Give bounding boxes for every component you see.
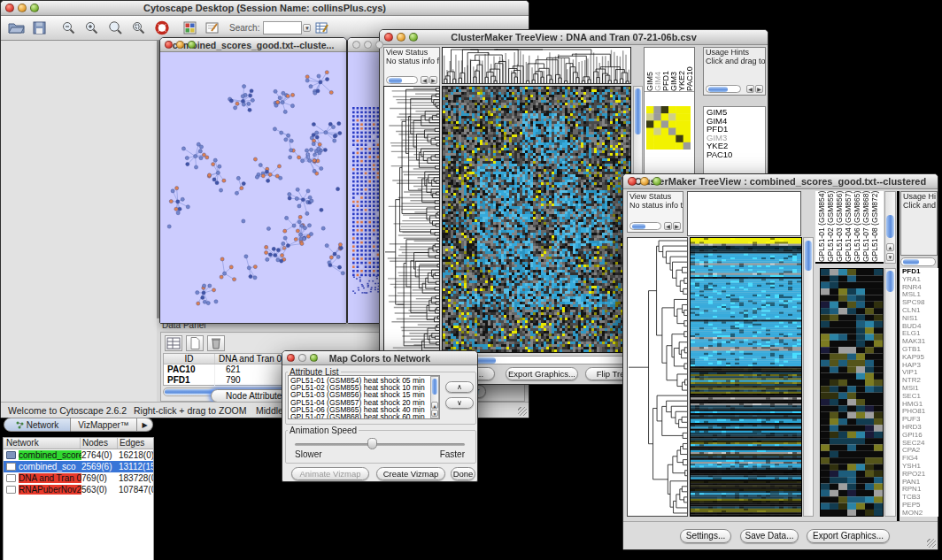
close-icon[interactable] [628,177,637,186]
col-network[interactable]: Network [4,438,81,449]
save-icon[interactable] [29,19,50,38]
tab-network[interactable]: Network [4,418,71,432]
tv2-gene-label[interactable]: PHO81 [902,408,938,416]
tv2-heatmap-vscroll[interactable] [803,237,814,517]
network-row[interactable]: DNA and Tran 07 769(0) 183728(0) [4,472,153,484]
scroll-right-icon[interactable]: ▶ [429,76,437,84]
move-up-button[interactable]: ∧ [445,381,474,393]
tv1-row-label[interactable]: GIM5 [706,108,765,117]
minimize-icon[interactable] [18,4,27,12]
table-icon[interactable] [165,335,182,351]
zoom-window-icon[interactable] [188,41,196,49]
tv1-column-label[interactable]: GIM4 [653,49,661,91]
tv1-correlation-matrix[interactable] [646,106,691,150]
tv2-gene-label[interactable]: SEC24 [902,440,938,448]
minimize-icon[interactable] [176,41,184,49]
cytoscape-titlebar[interactable]: Cytoscape Desktop (Session Name: collins… [1,1,529,16]
zoom-fit-icon[interactable] [104,19,127,38]
col-edges[interactable]: Edges [118,438,153,449]
tv2-status-scroll-thumb[interactable] [632,224,645,229]
tv2-gene-label[interactable]: PUF3 [902,416,938,424]
tv2-column-label[interactable]: GPL51-08 (GSM872) [870,191,879,262]
scroll-down-icon[interactable]: ▼ [431,410,438,417]
tv2-gene-label[interactable]: MAK31 [902,338,938,346]
tv2-column-label[interactable]: GPL51-03 (GSM856) [835,191,844,262]
tv2-gene-label[interactable]: RPN1 [902,486,938,494]
move-down-button[interactable]: ∨ [445,397,474,409]
col-nodes[interactable]: Nodes [81,438,118,449]
tv1-row-label[interactable]: GIM3 [706,134,765,142]
open-icon[interactable] [5,19,27,38]
tv2-usage-scroll-thumb[interactable] [903,259,919,265]
new-document-icon[interactable] [186,335,204,351]
tv2-gene-label[interactable]: ELG1 [902,330,938,338]
network-view-titlebar[interactable]: combined_scores_good.txt--cluste... [160,38,346,52]
tv2-save-data-button[interactable]: Save Data... [740,529,799,543]
scroll-right-icon[interactable]: ▶ [755,85,763,93]
resize-grip[interactable] [518,407,527,416]
zoom-window-icon[interactable] [375,41,383,49]
tv2-cluster-vscroll[interactable] [884,268,896,517]
scroll-left-icon[interactable]: ◀ [421,76,429,84]
tv2-column-label[interactable]: GPL51-06 (GSM865) [853,191,861,262]
attribute-list-item[interactable]: GPL51-02 (GSM855) heat shock 10 min [290,384,439,391]
tv2-gene-label[interactable]: YRA1 [902,276,938,284]
zoom-window-icon[interactable] [652,177,661,186]
network-row[interactable]: combined_sco 2569(6) 13112(15) [4,461,153,472]
close-icon[interactable] [287,354,295,362]
close-icon[interactable] [165,41,173,49]
tv1-row-label[interactable]: YKE2 [706,142,765,150]
network-table-header[interactable]: Network Nodes Edges [4,438,153,449]
tab-overflow-button[interactable]: ▶ [137,418,153,432]
speed-slider-track[interactable] [295,443,465,446]
scroll-left-icon[interactable]: ◀ [746,85,754,93]
tv2-gene-label[interactable]: GTB1 [902,346,938,354]
tv2-labels-vscroll[interactable]: ▲ ▼ [884,191,896,264]
zoom-out-icon[interactable] [58,19,80,38]
tv2-gene-label[interactable]: BUD4 [902,323,938,331]
dialog-titlebar[interactable]: Map Colors to Network [282,351,477,365]
tv2-labels-vscroll-thumb[interactable] [886,215,894,238]
treeview2-titlebar[interactable]: ClusterMaker TreeView : combined_scores_… [623,174,938,189]
tv2-cluster-vscroll-thumb[interactable] [886,271,894,292]
tv2-gene-label[interactable]: RPO21 [902,471,938,479]
tv2-gene-label[interactable]: VIP1 [902,369,938,377]
annotation-icon[interactable] [202,19,223,38]
vizmap-icon[interactable] [180,19,200,38]
tv2-status-scroll[interactable] [629,222,661,230]
treeview1-titlebar[interactable]: ClusterMaker TreeView : DNA and Tran 07-… [380,30,768,45]
data-col-id[interactable]: ID [164,354,215,364]
search-input[interactable] [263,21,302,35]
network-row[interactable]: RNAPuberNov2+| 563(0) 107847(0) [4,484,153,495]
tv2-gene-label[interactable]: MSL1 [902,291,938,299]
tv1-status-scroll[interactable] [386,76,418,84]
attribute-list-item[interactable]: GPL51-01 (GSM854) heat shock 05 min [290,377,439,384]
tv2-row-dendrogram[interactable] [628,238,687,516]
zoom-window-icon[interactable] [30,4,39,12]
attribute-list-item[interactable]: GPL51-07 (GSM868) heat shock 60 min [290,413,439,419]
tv2-gene-label[interactable]: NTR2 [902,377,938,385]
tv1-column-dendrogram[interactable] [443,48,630,83]
tv2-gene-label[interactable]: RNR4 [902,284,938,292]
tv2-usage-scroll[interactable] [900,257,936,266]
minimize-icon[interactable] [640,177,649,186]
tv2-column-label[interactable]: GPL51-01 (GSM854) [817,191,826,262]
resize-grip[interactable] [927,539,936,548]
network-canvas[interactable] [160,52,346,323]
scroll-up-icon[interactable]: ▲ [431,402,438,409]
tv2-gene-label[interactable]: CLN1 [902,307,938,315]
animate-vizmap-button[interactable]: Animate Vizmap [291,467,369,480]
create-vizmap-button[interactable]: Create Vizmap [376,467,445,480]
tv1-column-label[interactable]: PAC10 [685,49,693,91]
tv2-column-label[interactable]: GPL51-07 (GSM868) [861,191,870,262]
tv1-row-label[interactable]: PFD1 [706,125,765,134]
tv1-row-label[interactable]: GIM4 [706,117,765,126]
close-icon[interactable] [384,33,393,42]
tab-vizmapper[interactable]: VizMapper™ [71,418,137,432]
zoom-in-icon[interactable] [81,19,103,38]
tv2-cluster-heatmap[interactable] [821,269,883,516]
tv2-settings-button[interactable]: Settings... [680,529,731,543]
attribute-list-vscroll-thumb[interactable] [432,379,437,395]
tv2-gene-label[interactable]: CPA2 [902,447,938,455]
tv1-row-label[interactable]: PAC10 [706,150,765,159]
